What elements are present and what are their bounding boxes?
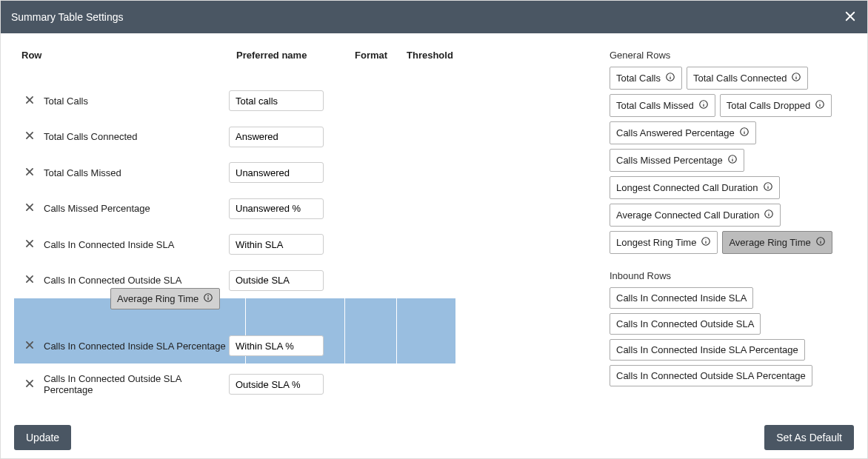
chip-label: Calls In Connected Outside SLA: [616, 318, 754, 329]
preferred-name-input[interactable]: [229, 90, 324, 111]
table-row[interactable]: Total Calls: [14, 83, 607, 119]
drag-chip[interactable]: Average Ring Time: [110, 288, 220, 309]
row-label: Calls In Connected Outside SLA: [44, 275, 229, 286]
preferred-name-input[interactable]: [229, 127, 324, 147]
remove-row-button[interactable]: [24, 167, 44, 179]
svg-point-35: [744, 130, 744, 130]
row-label: Total Calls: [44, 96, 229, 107]
set-default-button[interactable]: Set As Default: [764, 425, 854, 450]
svg-point-32: [820, 102, 821, 103]
table-row[interactable]: Total Calls Connected: [14, 119, 607, 155]
row-label: Calls In Connected Inside SLA: [44, 239, 229, 250]
preferred-name-input[interactable]: [229, 234, 324, 255]
svg-point-16: [208, 295, 209, 296]
svg-point-41: [767, 184, 768, 185]
info-icon[interactable]: [791, 72, 801, 84]
dialog-footer: Update Set As Default: [1, 417, 867, 458]
info-icon: [203, 292, 213, 305]
info-icon[interactable]: [815, 236, 826, 249]
row-label: Total Calls Connected: [44, 131, 229, 142]
summary-table-settings-dialog: Summary Table Settings Row Preferred nam…: [0, 0, 868, 459]
dialog-header: Summary Table Settings: [1, 1, 867, 33]
chip-label: Total Calls Connected: [693, 73, 787, 84]
row-label: Total Calls Missed: [44, 167, 229, 178]
chip-label: Calls In Connected Outside SLA Percentag…: [616, 370, 806, 381]
remove-row-button[interactable]: [24, 378, 44, 391]
available-row-chip[interactable]: Total Calls Connected: [687, 67, 808, 90]
available-row-chip[interactable]: Calls In Connected Inside SLA Percentage: [610, 339, 805, 361]
remove-row-button[interactable]: [24, 340, 44, 352]
chip-label: Calls In Connected Inside SLA Percentage: [616, 344, 798, 355]
table-row[interactable]: Calls In Connected Outside SLA Percentag…: [14, 363, 607, 405]
close-button[interactable]: [844, 10, 857, 25]
chip-label: Longest Ring Time: [616, 237, 696, 248]
preferred-name-input[interactable]: [229, 198, 324, 219]
info-icon[interactable]: [665, 72, 675, 84]
chip-label: Average Connected Call Duration: [616, 210, 759, 221]
drop-target[interactable]: Average Ring Time Calls In Connected Ins…: [14, 298, 455, 363]
right-panel: General Rows Total CallsTotal Calls Conn…: [607, 50, 854, 458]
table-row[interactable]: Calls In Connected Outside SLA: [14, 263, 607, 299]
remove-row-button[interactable]: [24, 202, 44, 215]
dialog-title: Summary Table Settings: [11, 11, 123, 23]
table-row[interactable]: Total Calls Missed: [14, 155, 607, 191]
info-icon[interactable]: [727, 154, 738, 167]
row-label: Calls In Connected Inside SLA Percentage: [44, 341, 229, 352]
svg-point-47: [706, 239, 707, 240]
chip-label: Total Calls Missed: [616, 100, 694, 111]
preferred-name-input[interactable]: [229, 335, 324, 356]
row-label: Calls In Connected Outside SLA Percentag…: [44, 373, 229, 395]
available-row-chip[interactable]: Calls In Connected Outside SLA Percentag…: [610, 365, 812, 386]
chip-label: Calls Missed Percentage: [616, 155, 723, 166]
columns-header: Row Preferred name Format Threshold: [14, 50, 607, 61]
info-icon[interactable]: [739, 127, 750, 139]
chip-label: Longest Connected Call Duration: [616, 182, 758, 193]
available-row-chip[interactable]: Average Connected Call Duration: [610, 204, 781, 227]
available-row-chip[interactable]: Total Calls Missed: [610, 94, 715, 117]
available-row-chip[interactable]: Longest Ring Time: [610, 231, 718, 254]
available-row-chip[interactable]: Calls Missed Percentage: [610, 149, 744, 172]
chip-label: Total Calls Dropped: [727, 100, 810, 111]
inbound-chips: Calls In Connected Inside SLACalls In Co…: [610, 287, 854, 386]
drag-chip-label: Average Ring Time: [117, 293, 198, 304]
info-icon[interactable]: [764, 209, 774, 221]
chip-label: Calls Answered Percentage: [616, 127, 735, 138]
chip-label: Average Ring Time: [729, 237, 810, 248]
general-rows-title: General Rows: [610, 50, 854, 61]
preferred-name-input[interactable]: [229, 374, 324, 395]
remove-row-button[interactable]: [24, 130, 44, 143]
available-row-chip[interactable]: Total Calls: [610, 67, 682, 90]
col-header-threshold: Threshold: [407, 50, 466, 61]
available-row-chip[interactable]: Total Calls Dropped: [720, 94, 832, 117]
table-row[interactable]: Calls In Connected Inside SLA Percentage: [14, 328, 455, 363]
svg-point-26: [796, 75, 797, 76]
info-icon[interactable]: [698, 99, 709, 112]
info-icon[interactable]: [815, 99, 825, 112]
svg-point-38: [732, 157, 732, 158]
info-icon[interactable]: [763, 181, 773, 194]
update-button[interactable]: Update: [14, 425, 71, 450]
remove-row-button[interactable]: [24, 274, 44, 287]
col-header-format: Format: [355, 50, 407, 61]
svg-point-23: [670, 75, 671, 76]
remove-row-button[interactable]: [24, 95, 44, 107]
svg-point-29: [703, 102, 704, 103]
available-row-chip[interactable]: Calls In Connected Inside SLA: [610, 287, 753, 309]
available-row-chip[interactable]: Calls In Connected Outside SLA: [610, 313, 761, 335]
preferred-name-input[interactable]: [229, 162, 324, 183]
inbound-rows-title: Inbound Rows: [610, 270, 854, 281]
available-row-chip[interactable]: Longest Connected Call Duration: [610, 176, 780, 199]
table-row[interactable]: Calls In Connected Inside SLA: [14, 227, 607, 263]
available-row-chip[interactable]: Calls Answered Percentage: [610, 121, 756, 144]
remove-row-button[interactable]: [24, 238, 44, 251]
chip-label: Total Calls: [616, 73, 661, 84]
preferred-name-input[interactable]: [229, 270, 324, 291]
available-row-chip[interactable]: Average Ring Time: [722, 231, 832, 254]
general-chips: Total CallsTotal Calls ConnectedTotal Ca…: [610, 67, 854, 254]
table-row[interactable]: Calls Missed Percentage: [14, 191, 607, 227]
rows-list: Total Calls Total Calls Connected Total …: [14, 83, 607, 405]
info-icon[interactable]: [701, 236, 711, 249]
row-label: Calls Missed Percentage: [44, 203, 229, 214]
svg-point-44: [769, 212, 769, 212]
svg-point-50: [820, 239, 821, 240]
